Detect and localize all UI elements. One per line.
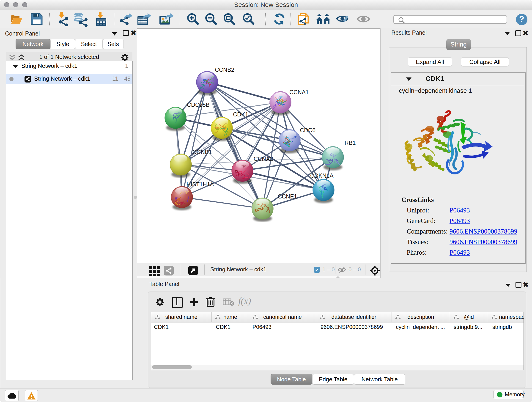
svg-text:HIST1H1A: HIST1H1A <box>186 181 214 187</box>
svg-text:CDKN1A: CDKN1A <box>310 172 334 179</box>
svg-text:CCNA1: CCNA1 <box>289 89 309 95</box>
svg-text:CDC6: CDC6 <box>300 127 316 133</box>
svg-text:CDC25B: CDC25B <box>187 102 210 108</box>
svg-text:CDK1: CDK1 <box>233 111 248 118</box>
svg-text:CCNA2: CCNA2 <box>254 156 273 162</box>
svg-text:CCNE1: CCNE1 <box>278 193 297 200</box>
svg-text:CCNB1: CCNB1 <box>192 149 212 155</box>
svg-text:RB1: RB1 <box>345 140 356 146</box>
svg-text:CCNB2: CCNB2 <box>215 66 234 73</box>
